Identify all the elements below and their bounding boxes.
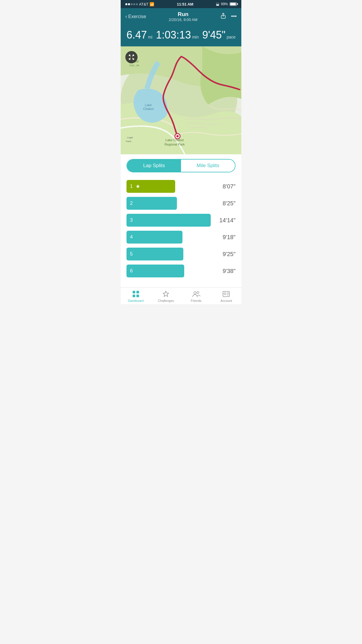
split-bar-container-3: 3	[126, 214, 215, 227]
split-row-4: 49'18"	[126, 231, 236, 244]
map-container: Lake Chabot ke Golf Cou...se Lake Chabot…	[121, 46, 241, 154]
signal-dot-2	[128, 3, 130, 5]
tab-account-label: Account	[220, 299, 232, 302]
more-button[interactable]: •••	[231, 13, 237, 20]
split-time-1: 8'07"	[215, 183, 236, 190]
split-bar-container-5: 5	[126, 248, 215, 260]
back-label: Exercise	[128, 14, 146, 19]
nav-actions: •••	[220, 13, 237, 20]
svg-text:Lake Chabot: Lake Chabot	[166, 138, 184, 142]
best-lap-star-icon: ★	[136, 183, 140, 190]
status-time: 11:51 AM	[177, 2, 194, 6]
distance-stat: 6.47 mi	[126, 29, 152, 41]
lap-splits-tab[interactable]: Lap Splits	[127, 160, 181, 172]
carrier-label: AT&T	[139, 2, 148, 6]
svg-point-22	[224, 293, 226, 295]
mile-splits-tab[interactable]: Mile Splits	[181, 160, 235, 172]
svg-rect-15	[133, 291, 135, 293]
signal-indicator	[125, 3, 138, 5]
battery-bar	[230, 2, 237, 6]
challenges-icon	[162, 290, 170, 298]
split-time-4: 9'18"	[215, 234, 236, 241]
svg-text:Cou...se: Cou...se	[129, 64, 139, 67]
map-expand-button[interactable]	[125, 51, 138, 63]
split-lap-number-3: 3	[130, 217, 133, 223]
tab-challenges-label: Challenges	[158, 299, 174, 302]
split-lap-number-4: 4	[130, 234, 133, 240]
split-time-6: 9'38"	[215, 268, 236, 274]
status-left: AT&T 📶	[125, 2, 154, 6]
split-row-5: 59'25"	[126, 248, 236, 260]
split-row-1: 1★8'07"	[126, 180, 236, 193]
battery-indicator	[230, 2, 237, 6]
svg-rect-16	[136, 291, 139, 293]
split-bar-container-6: 6	[126, 265, 215, 277]
account-icon	[222, 290, 230, 298]
split-row-6: 69'38"	[126, 265, 236, 277]
tab-challenges[interactable]: Challenges	[154, 290, 178, 302]
split-row-3: 314'14"	[126, 214, 236, 227]
split-time-2: 8'25"	[215, 200, 236, 207]
tab-friends-label: Friends	[191, 299, 201, 302]
distance-value: 6.47	[126, 29, 147, 41]
split-time-3: 14'14"	[215, 217, 236, 224]
nav-title: Run 2/20/16, 9:00 AM	[169, 11, 197, 22]
battery-fill	[230, 3, 236, 5]
expand-icon	[128, 54, 135, 60]
tab-dashboard-label: Dashboard	[128, 299, 144, 302]
status-bar: AT&T 📶 11:51 AM ⬓ 99%	[121, 0, 241, 8]
nav-bar: ‹ Exercise Run 2/20/16, 9:00 AM •••	[121, 8, 241, 25]
split-bar-1: 1★	[126, 180, 175, 193]
friends-icon	[192, 290, 200, 298]
battery-percent: 99%	[221, 2, 228, 6]
svg-text:Regional Park: Regional Park	[164, 143, 185, 146]
svg-text:Farm: Farm	[126, 140, 131, 143]
signal-dot-3	[131, 3, 133, 5]
split-lap-number-5: 5	[130, 251, 133, 257]
svg-text:Chabot: Chabot	[143, 107, 153, 111]
nav-title-main: Run	[169, 11, 197, 18]
signal-dot-4	[133, 3, 135, 5]
split-bar-4: 4	[126, 231, 182, 244]
distance-unit: mi	[148, 35, 152, 39]
split-bar-5: 5	[126, 248, 183, 260]
split-bar-container-2: 2	[126, 197, 215, 210]
status-right: ⬓ 99%	[216, 2, 237, 6]
pace-stat: 9'45" pace	[202, 29, 236, 41]
dashboard-icon	[132, 290, 140, 298]
split-bar-container-4: 4	[126, 231, 215, 244]
wifi-icon: 📶	[150, 2, 154, 6]
tab-account[interactable]: Account	[215, 290, 238, 302]
tab-bar: Dashboard Challenges Friends	[121, 287, 241, 304]
svg-rect-17	[133, 295, 135, 297]
share-button[interactable]	[220, 13, 226, 20]
svg-rect-18	[136, 295, 139, 297]
tab-friends[interactable]: Friends	[184, 290, 208, 302]
split-bar-6: 6	[126, 265, 184, 277]
split-lap-number-2: 2	[130, 200, 133, 206]
chevron-left-icon: ‹	[125, 13, 127, 20]
split-bar-2: 2	[126, 197, 177, 210]
splits-list: 1★8'07"28'25"314'14"49'18"59'25"69'38"	[121, 177, 241, 287]
split-bar-container-1: 1★	[126, 180, 215, 193]
split-time-5: 9'25"	[215, 251, 236, 258]
svg-text:Legal: Legal	[127, 136, 133, 139]
map-view: Lake Chabot ke Golf Cou...se Lake Chabot…	[121, 46, 241, 154]
duration-stat: 1:03:13 min	[156, 29, 199, 41]
svg-text:Lake: Lake	[145, 103, 152, 107]
pace-value: 9'45"	[202, 29, 226, 41]
back-button[interactable]: ‹ Exercise	[125, 13, 146, 20]
bluetooth-icon: ⬓	[216, 2, 219, 6]
split-bar-3: 3	[126, 214, 211, 227]
signal-dot-1	[125, 3, 127, 5]
nav-title-sub: 2/20/16, 9:00 AM	[169, 18, 197, 22]
split-lap-number-6: 6	[130, 268, 133, 274]
splits-toggle: Lap Splits Mile Splits	[126, 159, 236, 172]
duration-value: 1:03:13	[156, 29, 191, 41]
pace-unit: pace	[227, 35, 236, 39]
duration-unit: min	[192, 35, 199, 39]
splits-toggle-container: Lap Splits Mile Splits	[121, 154, 241, 177]
tab-dashboard[interactable]: Dashboard	[124, 290, 147, 302]
svg-point-14	[176, 135, 179, 137]
svg-point-19	[194, 292, 196, 294]
